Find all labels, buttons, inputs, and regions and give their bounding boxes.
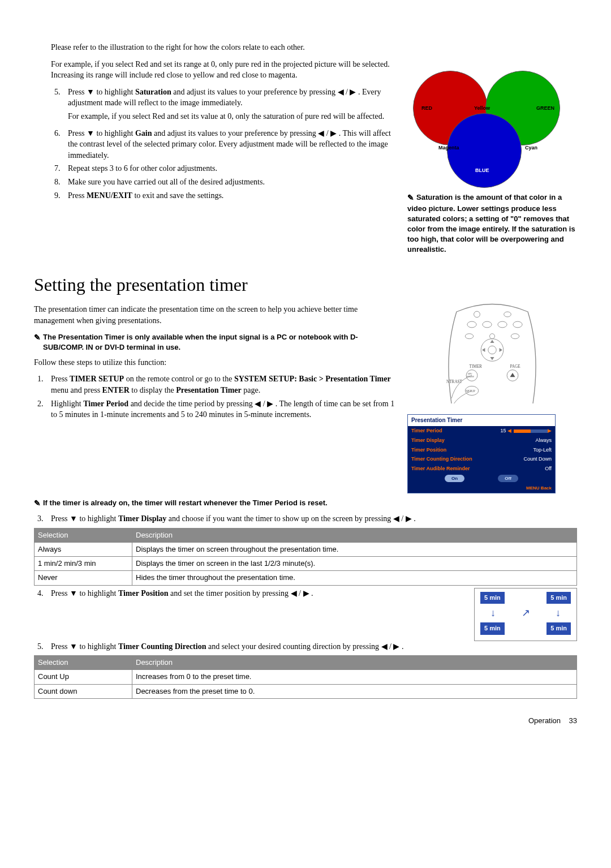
color-management-text: Please refer to the illustration to the … bbox=[34, 40, 396, 255]
svg-point-6 bbox=[465, 334, 473, 339]
svg-point-2 bbox=[467, 321, 476, 328]
timer-steps: Press TIMER SETUP on the remote control … bbox=[34, 373, 396, 420]
timer-text: The presentation timer can indicate the … bbox=[34, 302, 396, 493]
timer-step-5: Press ▼ to highlight Timer Counting Dire… bbox=[45, 641, 577, 652]
timer-step-3: Press ▼ to highlight Timer Display and c… bbox=[45, 513, 577, 525]
pos-badge-tr: 5 min bbox=[547, 592, 571, 604]
table-row: Count downDecreases from the preset time… bbox=[35, 684, 577, 698]
timer-step-2: Highlight Timer Period and decide the ti… bbox=[45, 398, 396, 420]
svg-text:ON/: ON/ bbox=[468, 372, 472, 375]
th-description: Description bbox=[132, 656, 577, 670]
osd-title: Presentation Timer bbox=[408, 415, 555, 426]
th-selection: Selection bbox=[35, 528, 132, 542]
intro-para-2: For example, if you select Red and set i… bbox=[51, 59, 396, 81]
venn-label-cyan: Cyan bbox=[525, 144, 537, 152]
footer-section: Operation bbox=[528, 716, 561, 725]
osd-slider bbox=[514, 429, 548, 433]
saturation-note: ✎Saturation is the amount of that color … bbox=[407, 192, 577, 255]
venn-label-yellow: Yellow bbox=[474, 105, 490, 112]
timer-intro: The presentation timer can indicate the … bbox=[34, 304, 396, 326]
remote-label-page: PAGE bbox=[510, 364, 521, 369]
timer-step-4: Press ▼ to highlight Timer Position and … bbox=[45, 588, 463, 599]
step4-row: Press ▼ to highlight Timer Position and … bbox=[34, 588, 577, 641]
pos-badge-bl: 5 min bbox=[480, 622, 505, 634]
counting-direction-options-table: SelectionDescription Count UpIncreases f… bbox=[34, 655, 577, 699]
venn-label-red: RED bbox=[421, 105, 432, 112]
pos-arrows: ↓↗↓ bbox=[480, 604, 571, 622]
svg-point-1 bbox=[504, 312, 511, 317]
remote-label-timer: TIMER bbox=[470, 364, 483, 369]
venn-label-blue: BLUE bbox=[475, 167, 489, 174]
table-row: AlwaysDisplays the timer on screen throu… bbox=[35, 543, 577, 557]
svg-point-0 bbox=[474, 311, 480, 317]
osd-row-audible-reminder: Timer Audible ReminderOff bbox=[408, 464, 555, 474]
th-selection: Selection bbox=[35, 656, 132, 670]
step-9: Press MENU/EXIT to exit and save the set… bbox=[62, 190, 396, 201]
step-8: Make sure you have carried out all of th… bbox=[62, 177, 396, 188]
svg-point-3 bbox=[483, 321, 492, 328]
svg-point-10 bbox=[488, 346, 496, 354]
osd-row-counting-direction: Timer Counting DirectionCount Down bbox=[408, 454, 555, 464]
svg-point-7 bbox=[490, 334, 495, 339]
timer-follow: Follow these steps to utilize this funct… bbox=[34, 357, 396, 368]
note-icon: ✎ bbox=[407, 192, 414, 204]
table-row: Count UpIncreases from 0 to the preset t… bbox=[35, 670, 577, 684]
osd-on-pill: On bbox=[445, 475, 464, 482]
osd-off-pill: Off bbox=[498, 475, 518, 482]
timer-restart-note: ✎ If the timer is already on, the timer … bbox=[34, 498, 577, 509]
step-7: Repeat steps 3 to 6 for other color adju… bbox=[62, 163, 396, 174]
osd-menu-back: MENU Back bbox=[408, 484, 555, 492]
step-6: Press ▼ to highlight Gain and adjust its… bbox=[62, 128, 396, 161]
timer-sidebar: TIMER PAGE NTRAST ON/ SHOW SETUP Present… bbox=[407, 302, 577, 493]
color-sidebar: RED GREEN Yellow Magenta Cyan BLUE ✎Satu… bbox=[407, 40, 577, 255]
pos-badge-tl: 5 min bbox=[480, 592, 505, 604]
th-description: Description bbox=[132, 528, 577, 542]
table-row: NeverHides the timer throughout the pres… bbox=[35, 571, 577, 585]
step-5-example: For example, if you select Red and set i… bbox=[68, 111, 396, 122]
color-venn-diagram: RED GREEN Yellow Magenta Cyan BLUE bbox=[407, 40, 566, 181]
timer-position-diagram: 5 min 5 min ↓↗↓ 5 min 5 min bbox=[474, 588, 577, 641]
venn-label-green: GREEN bbox=[536, 105, 554, 112]
osd-presentation-timer-menu: Presentation Timer Timer Period 15 ◀▶ Ti… bbox=[407, 414, 556, 493]
intro-para-1: Please refer to the illustration to the … bbox=[51, 42, 396, 53]
svg-point-8 bbox=[511, 334, 519, 339]
color-steps: Press ▼ to highlight Saturation and adju… bbox=[51, 87, 396, 201]
osd-row-timer-position: Timer PositionTop-Left bbox=[408, 445, 555, 455]
timer-section: The presentation timer can indicate the … bbox=[34, 302, 577, 493]
section-heading: Setting the presentation timer bbox=[34, 272, 577, 298]
note-icon: ✎ bbox=[34, 332, 41, 353]
color-management-continued: Please refer to the illustration to the … bbox=[34, 40, 577, 255]
svg-point-5 bbox=[513, 321, 522, 328]
timer-step-1: Press TIMER SETUP on the remote control … bbox=[45, 373, 396, 396]
svg-point-4 bbox=[498, 321, 507, 328]
remote-control-illustration: TIMER PAGE NTRAST ON/ SHOW SETUP bbox=[441, 302, 543, 409]
pos-badge-br: 5 min bbox=[547, 622, 571, 634]
timer-step-4-list: Press ▼ to highlight Timer Position and … bbox=[34, 588, 463, 641]
page-footer: Operation 33 bbox=[34, 716, 577, 726]
timer-note-availability: ✎ The Presentation Timer is only availab… bbox=[34, 332, 396, 353]
venn-label-magenta: Magenta bbox=[438, 144, 459, 152]
timer-display-options-table: SelectionDescription AlwaysDisplays the … bbox=[34, 528, 577, 586]
timer-step-5-list: Press ▼ to highlight Timer Counting Dire… bbox=[34, 641, 577, 652]
osd-row-timer-period: Timer Period 15 ◀▶ bbox=[408, 426, 555, 436]
timer-steps-continued: Press ▼ to highlight Timer Display and c… bbox=[34, 513, 577, 525]
remote-label-ntrast: NTRAST bbox=[446, 380, 463, 384]
step-5: Press ▼ to highlight Saturation and adju… bbox=[62, 87, 396, 122]
footer-page-number: 33 bbox=[569, 716, 577, 725]
note-icon: ✎ bbox=[34, 498, 41, 509]
osd-footer: On Off bbox=[408, 473, 555, 484]
osd-row-timer-display: Timer DisplayAlways bbox=[408, 436, 555, 445]
table-row: 1 min/2 min/3 minDisplays the timer on s… bbox=[35, 557, 577, 571]
